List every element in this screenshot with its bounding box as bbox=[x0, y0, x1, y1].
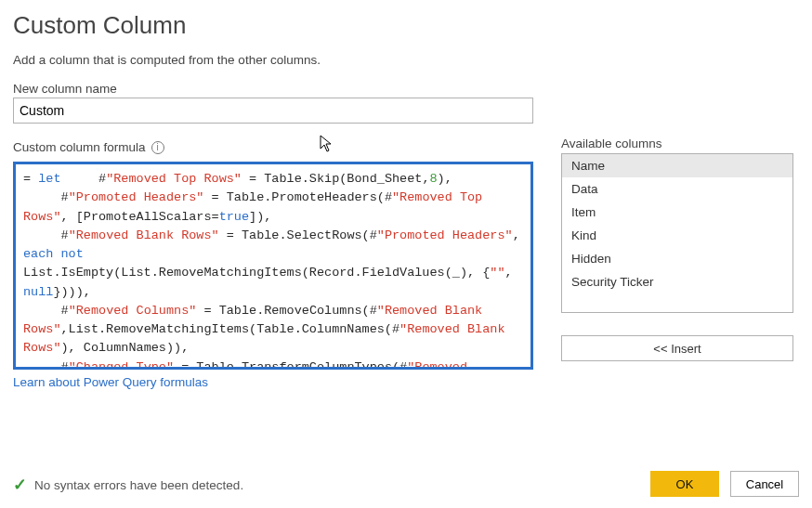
info-icon[interactable]: i bbox=[151, 141, 164, 154]
list-item[interactable]: Security Ticker bbox=[562, 270, 792, 293]
learn-link[interactable]: Learn about Power Query formulas bbox=[13, 375, 208, 389]
list-item[interactable]: Name bbox=[562, 154, 792, 177]
available-columns-list[interactable]: Name Data Item Kind Hidden Security Tick… bbox=[561, 153, 793, 313]
available-columns-label: Available columns bbox=[561, 137, 793, 150]
cursor-icon bbox=[319, 135, 334, 157]
kw: let bbox=[38, 172, 60, 186]
ok-button[interactable]: OK bbox=[650, 471, 719, 497]
list-item[interactable]: Hidden bbox=[562, 247, 792, 270]
dialog-title: Custom Column bbox=[13, 11, 799, 40]
check-icon: ✓ bbox=[13, 475, 27, 495]
eq: = bbox=[23, 172, 38, 186]
list-item[interactable]: Kind bbox=[562, 224, 792, 247]
formula-editor[interactable]: = let #"Removed Top Rows" = Table.Skip(B… bbox=[13, 162, 533, 370]
new-column-input[interactable] bbox=[13, 98, 533, 124]
new-column-label: New column name bbox=[13, 82, 799, 96]
dialog-subtitle: Add a column that is computed from the o… bbox=[13, 53, 799, 67]
list-item[interactable]: Data bbox=[562, 177, 792, 201]
cancel-button[interactable]: Cancel bbox=[730, 471, 799, 497]
list-item[interactable]: Item bbox=[562, 201, 792, 224]
status-text: No syntax errors have been detected. bbox=[34, 478, 243, 492]
formula-label: Custom column formula bbox=[13, 140, 146, 154]
insert-button[interactable]: << Insert bbox=[561, 335, 793, 361]
